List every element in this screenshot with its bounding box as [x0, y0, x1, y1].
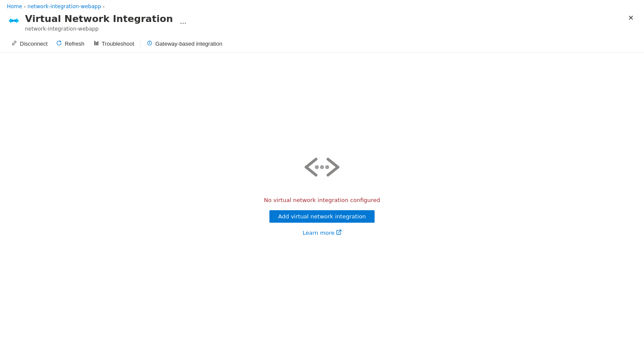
close-button[interactable]: ✕ — [625, 13, 637, 23]
svg-rect-7 — [97, 41, 98, 45]
breadcrumb-app[interactable]: network-integration-webapp — [28, 3, 101, 9]
add-vnet-button[interactable]: Add virtual network integration — [269, 210, 374, 223]
refresh-icon — [56, 40, 62, 47]
empty-illustration — [296, 148, 348, 187]
svg-point-2 — [12, 20, 13, 22]
disconnect-icon — [11, 40, 17, 47]
svg-point-17 — [325, 165, 329, 169]
refresh-label: Refresh — [65, 40, 84, 47]
toolbar: Disconnect Refresh Troubleshoot — [0, 35, 644, 53]
more-options-button[interactable]: ... — [177, 16, 189, 27]
svg-point-9 — [149, 42, 150, 44]
svg-line-14 — [328, 167, 338, 175]
gateway-button[interactable]: Gateway-based integration — [142, 35, 226, 52]
svg-rect-5 — [94, 40, 95, 45]
breadcrumb-sep-2: › — [103, 4, 105, 9]
svg-point-3 — [13, 20, 15, 22]
svg-point-16 — [320, 165, 324, 169]
svg-point-15 — [315, 165, 319, 169]
svg-rect-6 — [96, 42, 97, 45]
header-left: Virtual Network Integration network-inte… — [7, 13, 189, 32]
svg-line-13 — [328, 159, 338, 167]
troubleshoot-button[interactable]: Troubleshoot — [89, 35, 138, 52]
page-title: Virtual Network Integration — [25, 13, 173, 25]
disconnect-label: Disconnect — [20, 40, 47, 47]
main-content: No virtual network integration configure… — [0, 53, 644, 331]
page-header: Virtual Network Integration network-inte… — [0, 11, 644, 35]
svg-line-12 — [306, 167, 316, 175]
refresh-button[interactable]: Refresh — [52, 35, 89, 52]
breadcrumb-sep-1: › — [24, 4, 25, 9]
disconnect-button[interactable]: Disconnect — [7, 35, 52, 52]
troubleshoot-label: Troubleshoot — [102, 40, 134, 47]
breadcrumb-home[interactable]: Home — [7, 3, 22, 9]
gateway-icon — [147, 40, 153, 47]
page-subtitle: network-integration-webapp — [25, 26, 173, 32]
external-link-icon — [336, 230, 341, 236]
learn-more-link[interactable]: Learn more — [303, 230, 341, 236]
title-group: Virtual Network Integration network-inte… — [25, 13, 173, 32]
vnet-icon — [7, 14, 21, 28]
header-actions: ... — [177, 16, 189, 27]
learn-more-label: Learn more — [303, 230, 335, 236]
empty-state-message: No virtual network integration configure… — [264, 197, 380, 203]
troubleshoot-icon — [93, 40, 99, 47]
gateway-label: Gateway-based integration — [155, 40, 222, 47]
svg-line-11 — [306, 159, 316, 167]
svg-point-4 — [15, 20, 16, 22]
breadcrumb: Home › network-integration-webapp › — [0, 0, 644, 11]
toolbar-divider — [140, 40, 141, 47]
